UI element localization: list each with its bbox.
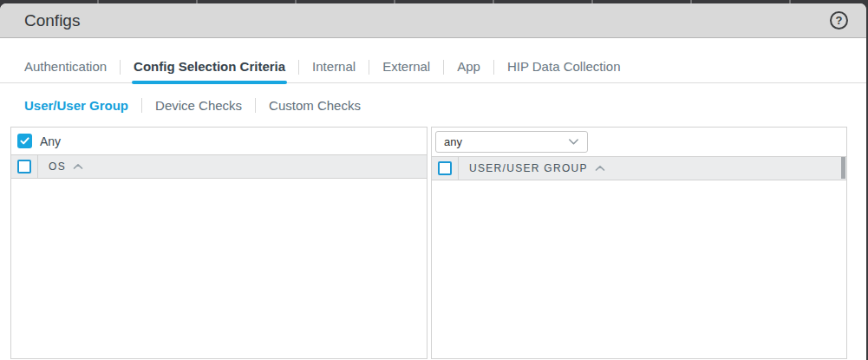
tab-app[interactable]: App xyxy=(457,52,480,82)
tab-external[interactable]: External xyxy=(382,52,430,82)
user-group-panel: any USER/USER GROUP xyxy=(431,127,847,359)
tab-separator xyxy=(298,60,299,75)
any-row: Any xyxy=(11,128,427,154)
tab-separator xyxy=(493,60,494,75)
subtab-separator xyxy=(255,98,256,113)
tab-config-selection-criteria[interactable]: Config Selection Criteria xyxy=(134,52,285,82)
user-group-column-header[interactable]: USER/USER GROUP xyxy=(469,162,605,174)
os-column-label: OS xyxy=(49,160,66,173)
tab-separator xyxy=(369,60,369,75)
match-dropdown-value: any xyxy=(444,135,462,148)
match-dropdown[interactable]: any xyxy=(435,131,588,153)
help-icon[interactable]: ? xyxy=(830,11,848,29)
os-panel: Any OS xyxy=(10,127,427,359)
user-group-table-header: USER/USER GROUP xyxy=(432,156,846,180)
configs-dialog: Configs ? Authentication Config Selectio… xyxy=(0,3,866,360)
tab-internal[interactable]: Internal xyxy=(312,52,356,82)
subtab-separator xyxy=(141,98,142,113)
user-group-column-label: USER/USER GROUP xyxy=(469,162,588,174)
user-group-select-all-cell xyxy=(432,157,459,180)
dialog-titlebar: Configs ? xyxy=(0,3,866,38)
tab-separator xyxy=(443,60,444,75)
any-checkbox[interactable] xyxy=(17,134,32,148)
match-dropdown-row: any xyxy=(432,128,846,156)
tab-hip-data-collection[interactable]: HIP Data Collection xyxy=(507,52,621,82)
chevron-up-icon xyxy=(595,165,605,172)
tab-authentication[interactable]: Authentication xyxy=(24,52,107,82)
os-select-all-cell xyxy=(11,155,38,178)
chevron-up-icon xyxy=(73,163,83,170)
vertical-scrollbar-thumb[interactable] xyxy=(841,157,845,179)
check-icon xyxy=(20,137,29,145)
subtab-custom-checks[interactable]: Custom Checks xyxy=(269,98,361,113)
os-column-header[interactable]: OS xyxy=(49,160,83,173)
user-group-select-all-checkbox[interactable] xyxy=(438,161,452,175)
dialog-title: Configs xyxy=(24,11,80,30)
any-checkbox-label: Any xyxy=(40,134,61,148)
chevron-down-icon xyxy=(568,138,579,146)
os-select-all-checkbox[interactable] xyxy=(17,160,31,173)
sub-tab-bar: User/User Group Device Checks Custom Che… xyxy=(0,94,866,116)
subtab-device-checks[interactable]: Device Checks xyxy=(155,98,242,113)
criteria-panels: Any OS any xyxy=(0,127,866,359)
main-tab-bar: Authentication Config Selection Criteria… xyxy=(0,51,866,83)
subtab-user-user-group[interactable]: User/User Group xyxy=(24,98,128,113)
tab-separator xyxy=(120,60,121,75)
os-table-header: OS xyxy=(11,154,427,179)
